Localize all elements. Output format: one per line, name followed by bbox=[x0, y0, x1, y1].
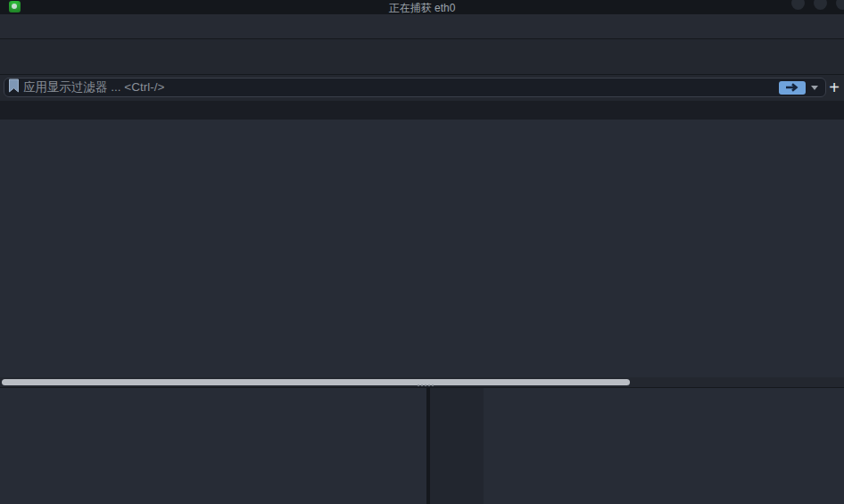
packet-list bbox=[0, 120, 844, 377]
close-button[interactable] bbox=[836, 0, 844, 10]
hscrollbar-thumb[interactable] bbox=[2, 379, 630, 385]
packet-details-pane bbox=[0, 387, 426, 504]
minimize-button[interactable] bbox=[791, 0, 805, 10]
filter-dropdown-caret-icon[interactable] bbox=[811, 86, 818, 90]
window-controls bbox=[791, 0, 844, 10]
hex-offset-column bbox=[430, 388, 484, 504]
apply-filter-button[interactable] bbox=[779, 81, 806, 95]
main-toolbar bbox=[0, 39, 844, 75]
add-filter-button[interactable]: + bbox=[826, 76, 842, 99]
display-filter-input[interactable]: 应用显示过滤器 ... <Ctrl-/> bbox=[4, 78, 826, 97]
menu-bar bbox=[0, 14, 844, 39]
filter-bar: 应用显示过滤器 ... <Ctrl-/> + bbox=[0, 75, 844, 102]
bookmark-icon[interactable] bbox=[8, 78, 20, 96]
wireshark-window: 正在捕获 eth0 应用显示过滤器 ... <Ctrl-/> + bbox=[0, 0, 844, 504]
filter-placeholder-text: 应用显示过滤器 ... <Ctrl-/> bbox=[23, 79, 779, 95]
title-bar: 正在捕获 eth0 bbox=[0, 0, 844, 14]
packet-bytes-pane bbox=[430, 387, 844, 504]
packet-list-header bbox=[0, 101, 844, 120]
maximize-button[interactable] bbox=[814, 0, 827, 10]
